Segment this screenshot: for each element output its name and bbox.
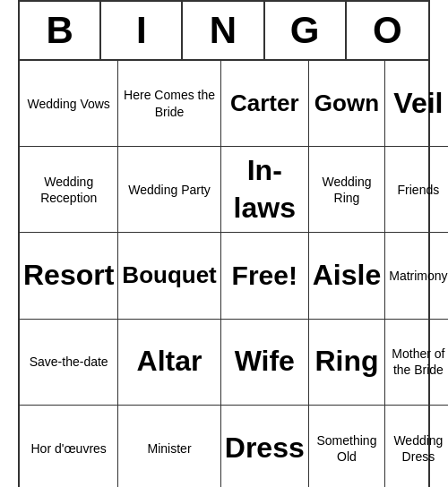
bingo-cell: Minister <box>118 406 220 487</box>
bingo-cell: Wedding Party <box>118 147 220 233</box>
bingo-cell: Bouquet <box>118 233 220 319</box>
bingo-cell: Dress <box>221 406 309 487</box>
header-letter: O <box>347 2 428 59</box>
bingo-cell: Veil <box>385 61 448 147</box>
header-letter: I <box>101 2 183 59</box>
bingo-cell: Wife <box>221 320 309 406</box>
bingo-cell: Something Old <box>309 406 385 487</box>
bingo-cell: Wedding Reception <box>20 147 118 233</box>
bingo-card: BINGO Wedding VowsHere Comes the BrideCa… <box>18 0 430 487</box>
bingo-cell: Hor d'œuvres <box>20 406 118 487</box>
bingo-cell: Mother of the Bride <box>385 320 448 406</box>
bingo-cell: Wedding Dress <box>385 406 448 487</box>
bingo-cell: Wedding Ring <box>309 147 385 233</box>
bingo-cell: Save-the-date <box>20 320 118 406</box>
bingo-cell: Altar <box>118 320 220 406</box>
bingo-cell: Resort <box>20 233 118 319</box>
bingo-cell: Free! <box>221 233 309 319</box>
bingo-cell: In-laws <box>221 147 309 233</box>
bingo-cell: Wedding Vows <box>20 61 118 147</box>
bingo-header: BINGO <box>20 2 428 61</box>
bingo-grid: Wedding VowsHere Comes the BrideCarterGo… <box>20 61 428 487</box>
header-letter: N <box>183 2 264 59</box>
bingo-cell: Gown <box>309 61 385 147</box>
bingo-cell: Matrimony <box>385 233 448 319</box>
bingo-cell: Ring <box>309 320 385 406</box>
bingo-cell: Carter <box>221 61 309 147</box>
bingo-cell: Aisle <box>309 233 385 319</box>
bingo-cell: Friends <box>385 147 448 233</box>
bingo-cell: Here Comes the Bride <box>118 61 220 147</box>
header-letter: B <box>20 2 101 59</box>
header-letter: G <box>265 2 347 59</box>
